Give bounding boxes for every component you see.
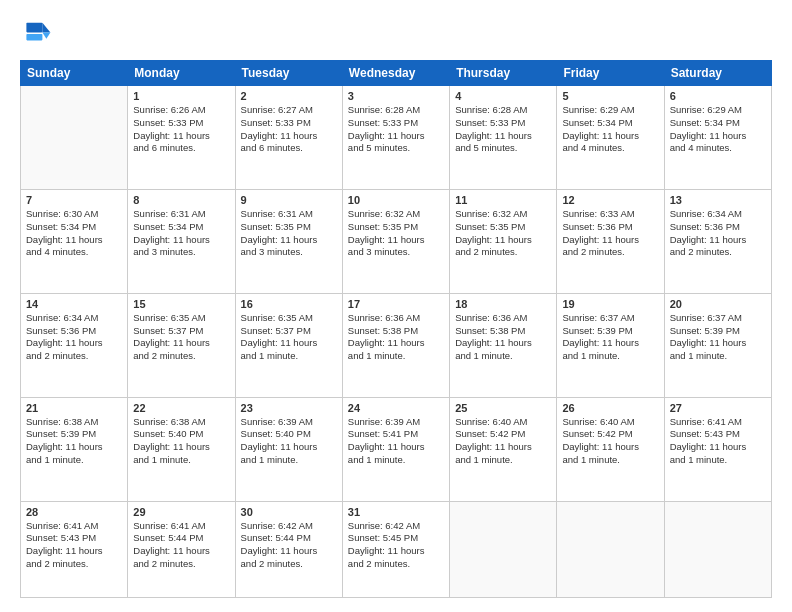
day-info: Sunrise: 6:41 AM Sunset: 5:43 PM Dayligh… <box>26 520 122 571</box>
calendar-week-row: 21Sunrise: 6:38 AM Sunset: 5:39 PM Dayli… <box>21 397 772 501</box>
day-number: 15 <box>133 298 229 310</box>
calendar-cell: 22Sunrise: 6:38 AM Sunset: 5:40 PM Dayli… <box>128 397 235 501</box>
day-number: 1 <box>133 90 229 102</box>
calendar-week-row: 1Sunrise: 6:26 AM Sunset: 5:33 PM Daylig… <box>21 86 772 190</box>
calendar-cell: 23Sunrise: 6:39 AM Sunset: 5:40 PM Dayli… <box>235 397 342 501</box>
weekday-header: Tuesday <box>235 61 342 86</box>
calendar-header: SundayMondayTuesdayWednesdayThursdayFrid… <box>21 61 772 86</box>
day-info: Sunrise: 6:35 AM Sunset: 5:37 PM Dayligh… <box>133 312 229 363</box>
day-number: 30 <box>241 506 337 518</box>
day-number: 19 <box>562 298 658 310</box>
calendar-cell: 4Sunrise: 6:28 AM Sunset: 5:33 PM Daylig… <box>450 86 557 190</box>
weekday-header: Monday <box>128 61 235 86</box>
calendar-cell: 14Sunrise: 6:34 AM Sunset: 5:36 PM Dayli… <box>21 293 128 397</box>
calendar-cell: 20Sunrise: 6:37 AM Sunset: 5:39 PM Dayli… <box>664 293 771 397</box>
calendar-cell: 1Sunrise: 6:26 AM Sunset: 5:33 PM Daylig… <box>128 86 235 190</box>
calendar-cell: 25Sunrise: 6:40 AM Sunset: 5:42 PM Dayli… <box>450 397 557 501</box>
calendar-cell: 18Sunrise: 6:36 AM Sunset: 5:38 PM Dayli… <box>450 293 557 397</box>
calendar-cell <box>664 501 771 597</box>
calendar-cell: 2Sunrise: 6:27 AM Sunset: 5:33 PM Daylig… <box>235 86 342 190</box>
svg-marker-0 <box>42 23 50 33</box>
logo <box>20 18 56 50</box>
day-number: 22 <box>133 402 229 414</box>
day-number: 12 <box>562 194 658 206</box>
calendar-cell: 24Sunrise: 6:39 AM Sunset: 5:41 PM Dayli… <box>342 397 449 501</box>
calendar-cell: 10Sunrise: 6:32 AM Sunset: 5:35 PM Dayli… <box>342 189 449 293</box>
calendar-cell <box>450 501 557 597</box>
day-number: 16 <box>241 298 337 310</box>
day-number: 20 <box>670 298 766 310</box>
calendar-cell: 30Sunrise: 6:42 AM Sunset: 5:44 PM Dayli… <box>235 501 342 597</box>
calendar-cell: 7Sunrise: 6:30 AM Sunset: 5:34 PM Daylig… <box>21 189 128 293</box>
calendar-cell: 11Sunrise: 6:32 AM Sunset: 5:35 PM Dayli… <box>450 189 557 293</box>
calendar-cell: 12Sunrise: 6:33 AM Sunset: 5:36 PM Dayli… <box>557 189 664 293</box>
day-number: 18 <box>455 298 551 310</box>
day-number: 17 <box>348 298 444 310</box>
day-number: 7 <box>26 194 122 206</box>
day-info: Sunrise: 6:36 AM Sunset: 5:38 PM Dayligh… <box>348 312 444 363</box>
day-number: 8 <box>133 194 229 206</box>
calendar-cell: 9Sunrise: 6:31 AM Sunset: 5:35 PM Daylig… <box>235 189 342 293</box>
day-number: 2 <box>241 90 337 102</box>
header <box>20 18 772 50</box>
weekday-header: Sunday <box>21 61 128 86</box>
day-number: 10 <box>348 194 444 206</box>
calendar-cell: 27Sunrise: 6:41 AM Sunset: 5:43 PM Dayli… <box>664 397 771 501</box>
day-info: Sunrise: 6:37 AM Sunset: 5:39 PM Dayligh… <box>670 312 766 363</box>
calendar-cell: 5Sunrise: 6:29 AM Sunset: 5:34 PM Daylig… <box>557 86 664 190</box>
day-info: Sunrise: 6:33 AM Sunset: 5:36 PM Dayligh… <box>562 208 658 259</box>
calendar-cell: 16Sunrise: 6:35 AM Sunset: 5:37 PM Dayli… <box>235 293 342 397</box>
weekday-header: Saturday <box>664 61 771 86</box>
day-number: 14 <box>26 298 122 310</box>
day-info: Sunrise: 6:34 AM Sunset: 5:36 PM Dayligh… <box>670 208 766 259</box>
calendar-week-row: 28Sunrise: 6:41 AM Sunset: 5:43 PM Dayli… <box>21 501 772 597</box>
calendar-cell: 13Sunrise: 6:34 AM Sunset: 5:36 PM Dayli… <box>664 189 771 293</box>
day-number: 4 <box>455 90 551 102</box>
day-number: 3 <box>348 90 444 102</box>
day-info: Sunrise: 6:38 AM Sunset: 5:39 PM Dayligh… <box>26 416 122 467</box>
day-info: Sunrise: 6:39 AM Sunset: 5:40 PM Dayligh… <box>241 416 337 467</box>
day-info: Sunrise: 6:29 AM Sunset: 5:34 PM Dayligh… <box>562 104 658 155</box>
day-info: Sunrise: 6:32 AM Sunset: 5:35 PM Dayligh… <box>455 208 551 259</box>
day-info: Sunrise: 6:42 AM Sunset: 5:44 PM Dayligh… <box>241 520 337 571</box>
weekday-header: Thursday <box>450 61 557 86</box>
day-info: Sunrise: 6:28 AM Sunset: 5:33 PM Dayligh… <box>348 104 444 155</box>
day-info: Sunrise: 6:41 AM Sunset: 5:43 PM Dayligh… <box>670 416 766 467</box>
calendar-cell <box>557 501 664 597</box>
day-number: 31 <box>348 506 444 518</box>
day-info: Sunrise: 6:28 AM Sunset: 5:33 PM Dayligh… <box>455 104 551 155</box>
calendar-cell: 29Sunrise: 6:41 AM Sunset: 5:44 PM Dayli… <box>128 501 235 597</box>
day-number: 26 <box>562 402 658 414</box>
day-info: Sunrise: 6:31 AM Sunset: 5:35 PM Dayligh… <box>241 208 337 259</box>
day-number: 25 <box>455 402 551 414</box>
weekday-header: Friday <box>557 61 664 86</box>
day-info: Sunrise: 6:30 AM Sunset: 5:34 PM Dayligh… <box>26 208 122 259</box>
day-number: 11 <box>455 194 551 206</box>
day-info: Sunrise: 6:26 AM Sunset: 5:33 PM Dayligh… <box>133 104 229 155</box>
day-info: Sunrise: 6:35 AM Sunset: 5:37 PM Dayligh… <box>241 312 337 363</box>
calendar: SundayMondayTuesdayWednesdayThursdayFrid… <box>20 60 772 598</box>
day-info: Sunrise: 6:31 AM Sunset: 5:34 PM Dayligh… <box>133 208 229 259</box>
logo-icon <box>20 18 52 50</box>
svg-rect-3 <box>26 34 42 40</box>
day-info: Sunrise: 6:41 AM Sunset: 5:44 PM Dayligh… <box>133 520 229 571</box>
calendar-week-row: 14Sunrise: 6:34 AM Sunset: 5:36 PM Dayli… <box>21 293 772 397</box>
weekday-row: SundayMondayTuesdayWednesdayThursdayFrid… <box>21 61 772 86</box>
day-number: 24 <box>348 402 444 414</box>
calendar-cell: 8Sunrise: 6:31 AM Sunset: 5:34 PM Daylig… <box>128 189 235 293</box>
weekday-header: Wednesday <box>342 61 449 86</box>
day-info: Sunrise: 6:32 AM Sunset: 5:35 PM Dayligh… <box>348 208 444 259</box>
calendar-cell: 31Sunrise: 6:42 AM Sunset: 5:45 PM Dayli… <box>342 501 449 597</box>
day-number: 5 <box>562 90 658 102</box>
day-info: Sunrise: 6:39 AM Sunset: 5:41 PM Dayligh… <box>348 416 444 467</box>
page: SundayMondayTuesdayWednesdayThursdayFrid… <box>0 0 792 612</box>
calendar-cell: 28Sunrise: 6:41 AM Sunset: 5:43 PM Dayli… <box>21 501 128 597</box>
calendar-cell <box>21 86 128 190</box>
svg-marker-1 <box>42 32 50 38</box>
calendar-cell: 26Sunrise: 6:40 AM Sunset: 5:42 PM Dayli… <box>557 397 664 501</box>
calendar-cell: 6Sunrise: 6:29 AM Sunset: 5:34 PM Daylig… <box>664 86 771 190</box>
calendar-body: 1Sunrise: 6:26 AM Sunset: 5:33 PM Daylig… <box>21 86 772 598</box>
calendar-cell: 17Sunrise: 6:36 AM Sunset: 5:38 PM Dayli… <box>342 293 449 397</box>
calendar-cell: 3Sunrise: 6:28 AM Sunset: 5:33 PM Daylig… <box>342 86 449 190</box>
calendar-cell: 21Sunrise: 6:38 AM Sunset: 5:39 PM Dayli… <box>21 397 128 501</box>
